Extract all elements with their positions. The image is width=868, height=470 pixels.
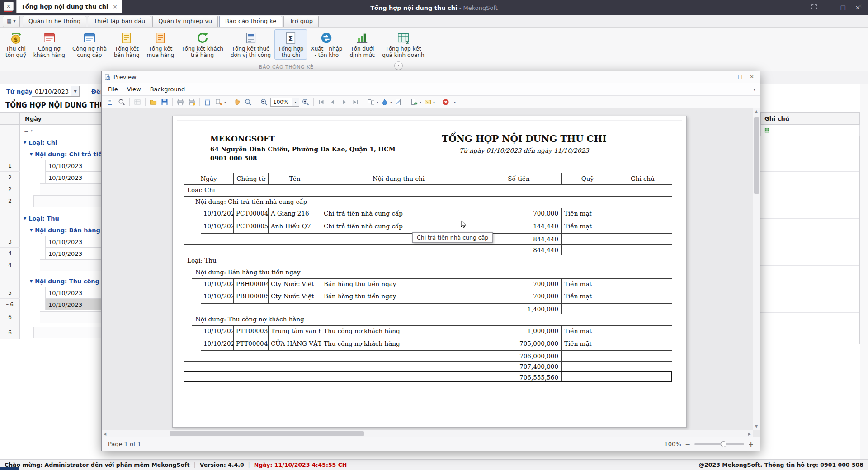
close-document-button[interactable]: × [4,2,14,11]
export-icon[interactable] [409,97,419,107]
tab-tro-giup[interactable]: Trợ giúp [283,16,319,27]
grid-vertical-scrollbar[interactable] [860,84,868,459]
grid-footer-row[interactable] [40,311,108,323]
save-document-icon[interactable] [160,97,170,107]
row-number: 6 [0,327,20,338]
income-expense-icon: Σ [284,31,297,45]
ribbon-button-tax-summary[interactable]: Tổng kết thuếđơn vị thi công [227,29,274,60]
grid-footer-row[interactable] [40,183,108,195]
grid-row-selected[interactable]: 10/10/2023 [45,299,108,310]
export-document-icon[interactable] [105,97,115,107]
next-page-icon[interactable] [339,97,349,107]
print-icon[interactable] [175,97,185,107]
grid-row[interactable]: 10/10/2023 [45,287,108,299]
ribbon-collapse-button[interactable]: ▴ [394,61,403,70]
ribbon-button-purchase-summary[interactable]: Tổng kếtmua hàng [143,29,178,60]
send-email-dropdown-icon[interactable]: ▾ [433,100,435,104]
open-document-icon[interactable] [148,97,158,107]
group-row-loai-thu[interactable]: ▼Loại: Thu [24,212,59,224]
hand-tool-icon[interactable] [232,97,242,107]
page-color-icon[interactable] [380,97,390,107]
zoom-slider[interactable] [694,443,744,445]
scale-dropdown-icon[interactable]: ▾ [224,100,226,104]
export-dropdown-icon[interactable]: ▾ [420,100,421,104]
zoom-select[interactable]: 100%▾ [270,98,299,107]
document-tab[interactable]: Tổng hợp nội dung thu chi× [16,0,122,13]
zoom-out-icon[interactable] [259,97,269,107]
page-color-dropdown-icon[interactable]: ▾ [390,100,392,104]
grid-footer-row[interactable] [33,195,108,207]
ribbon-button-sales-summary[interactable]: Tổng kếtbán hàng [110,29,143,60]
preview-maximize-button[interactable]: □ [735,73,745,81]
supplier-debt-icon [83,31,96,45]
grid-row[interactable]: 10/10/2023 [45,160,108,172]
watermark-icon[interactable] [393,97,403,107]
toolbar-overflow-icon[interactable]: ▾ [454,100,456,104]
maximize-button[interactable]: □ [837,3,849,13]
preview-horizontal-scrollbar[interactable]: ◀ ▶ [102,430,753,437]
grid-note-column-header[interactable]: Ghi chú [760,112,860,125]
ribbon-button-income-expense-summary[interactable]: Σ Tổng hợpthu chi [274,29,307,60]
menu-file[interactable]: File [104,84,123,94]
preview-minimize-button[interactable]: – [723,73,734,81]
from-date-dropdown-icon[interactable]: ▼ [71,86,79,96]
preview-statusbar: Page 1 of 1 100% − + [102,437,760,451]
customize-icon[interactable] [132,97,142,107]
ribbon-button-cash-fund[interactable]: $ Thu chitồn quỹ [2,29,30,60]
close-preview-icon[interactable] [441,97,451,107]
scale-icon[interactable] [214,97,224,107]
previous-page-icon[interactable] [328,97,338,107]
menu-overflow-icon[interactable]: ▾ [753,87,760,92]
ribbon-button-inventory[interactable]: Xuất - nhập- tồn kho [307,29,346,60]
quick-print-icon[interactable] [187,97,197,107]
last-page-icon[interactable] [350,97,360,107]
grid-row[interactable]: 10/10/2023 [45,248,108,259]
tab-bao-cao-thong-ke[interactable]: Báo cáo thống kê [219,16,282,27]
close-button[interactable]: × [852,3,863,13]
zoom-dropdown-icon[interactable]: ▾ [292,98,299,106]
grid-note-rows[interactable] [760,136,860,344]
grid-footer-row[interactable] [40,259,108,271]
menu-view[interactable]: View [123,84,146,94]
grid-footer-row[interactable] [33,327,108,338]
taskbar-sliver [0,467,19,470]
page-setup-icon[interactable] [203,97,212,107]
ribbon-button-business-result[interactable]: Σ Tổng hợp kếtquả kinh doanh [378,29,428,60]
application-menu-button[interactable]: ▦ ▾ [3,16,20,27]
ribbon-button-returns-summary[interactable]: Tổng kết kháchtrả hàng [178,29,227,60]
fullscreen-icon[interactable] [808,3,820,13]
grid-row[interactable]: 10/10/2023 [45,172,108,183]
grid-row[interactable]: 10/10/2023 [45,236,108,248]
magnifier-icon[interactable] [243,97,253,107]
zoom-out-button[interactable]: − [685,441,691,447]
preview-titlebar[interactable]: Preview – □ × [102,71,760,83]
customer-debt-icon [42,31,56,45]
grid-note-filter-cell[interactable] [760,125,860,136]
from-date-input[interactable]: 01/10/2023 ▼ [32,86,80,97]
menu-background[interactable]: Background [146,84,190,94]
group-row-loai-chi[interactable]: ▼Loại: Chi [24,136,57,148]
tab-thiet-lap-ban-dau[interactable]: Thiết lập ban đầu [88,16,151,27]
send-email-icon[interactable] [423,97,433,107]
first-page-icon[interactable] [316,97,326,107]
ribbon-button-supplier-debt[interactable]: Công nợ nhàcung cấp [69,29,110,60]
preview-icon [104,74,111,80]
search-icon[interactable] [117,97,127,107]
row-number: 2 [0,195,20,207]
scrollbar-thumb[interactable] [170,431,364,436]
preview-close-button[interactable]: × [746,73,757,81]
zoom-in-button[interactable]: + [748,441,754,447]
tab-quan-tri-he-thong[interactable]: Quản trị hệ thống [23,16,86,27]
tab-quan-ly-nghiep-vu[interactable]: Quản lý nghiệp vụ [152,16,218,27]
ribbon-button-customer-debt[interactable]: Công nợkhách hàng [30,29,69,60]
zoom-control: 100% − + [664,441,754,447]
zoom-in-icon[interactable] [301,97,311,107]
multiple-pages-dropdown-icon[interactable]: ▾ [377,100,378,104]
tab-close-icon[interactable]: × [113,4,117,10]
scrollbar-thumb[interactable] [754,117,759,194]
multiple-pages-icon[interactable] [366,97,376,107]
preview-vertical-scrollbar[interactable]: ▲ ▼ [753,108,760,430]
ribbon-button-below-minimum-stock[interactable]: Tồn dướiđịnh mức [346,29,378,60]
minimize-button[interactable]: – [823,3,835,13]
zoom-slider-thumb[interactable] [721,441,726,447]
